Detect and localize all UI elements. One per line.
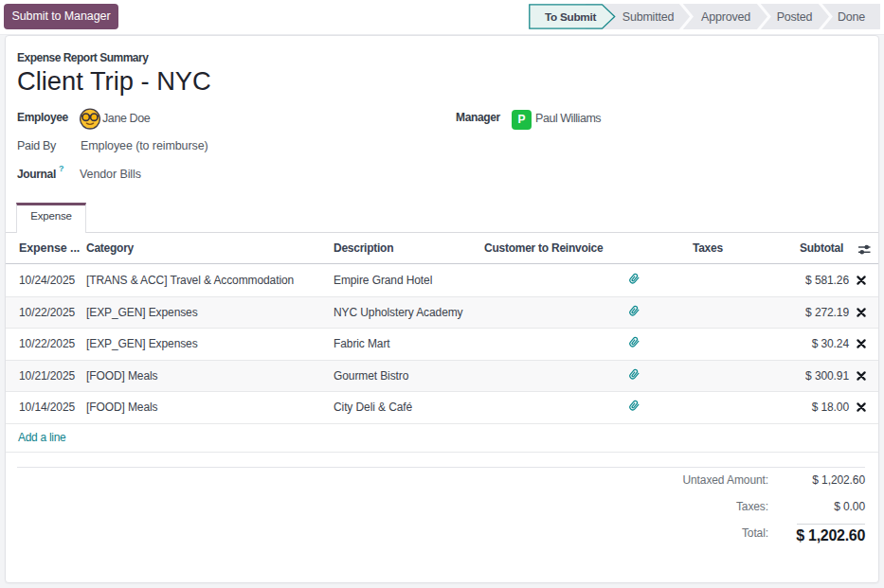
svg-text:To Submit: To Submit [545, 10, 596, 24]
svg-text:Posted: Posted [777, 10, 813, 24]
svg-text:Done: Done [838, 10, 865, 24]
svg-text:Submitted: Submitted [622, 10, 675, 24]
svg-text:Approved: Approved [701, 10, 750, 24]
